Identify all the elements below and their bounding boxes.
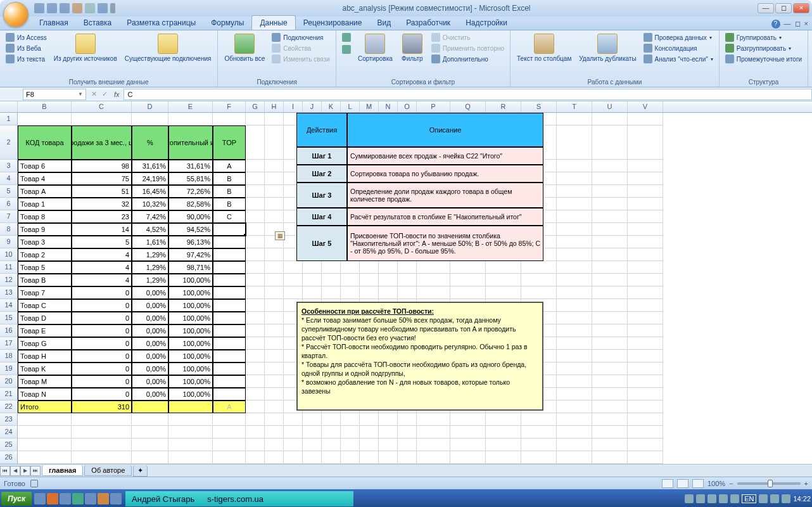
data-valid-button[interactable]: Проверка данных▾ [642, 32, 715, 42]
cell[interactable] [486, 388, 521, 401]
ql-icon[interactable] [72, 493, 84, 504]
cell[interactable] [379, 248, 398, 261]
cell[interactable] [398, 261, 417, 274]
cell[interactable] [379, 299, 398, 312]
cell[interactable] [398, 324, 417, 337]
row-header[interactable]: 5 [0, 185, 18, 198]
cell[interactable] [360, 439, 379, 451]
cell[interactable] [322, 299, 341, 312]
cell[interactable]: 4 [72, 261, 132, 274]
cell[interactable] [322, 388, 341, 401]
cell[interactable] [557, 426, 592, 439]
cell[interactable]: 100,00% [168, 388, 213, 401]
cell[interactable]: 0 [72, 337, 132, 350]
cell[interactable] [284, 248, 303, 261]
cell[interactable] [521, 324, 557, 337]
cell[interactable] [628, 236, 663, 248]
cell[interactable] [628, 185, 663, 198]
cell[interactable]: 100,00% [168, 363, 213, 375]
cell[interactable]: Товар 9 [18, 223, 72, 236]
cell[interactable] [322, 439, 341, 451]
cell[interactable] [284, 274, 303, 286]
cell[interactable]: 10,32% [132, 198, 168, 210]
cell[interactable] [557, 388, 592, 401]
cell[interactable] [284, 451, 303, 464]
cell[interactable] [628, 350, 663, 363]
cell[interactable]: 1,29% [132, 261, 168, 274]
cell[interactable] [322, 160, 341, 172]
cell[interactable] [628, 113, 663, 125]
cell[interactable]: 100,00% [168, 274, 213, 286]
cell[interactable] [213, 312, 246, 324]
cell[interactable]: 24,19% [132, 172, 168, 185]
cell[interactable] [284, 312, 303, 324]
cell[interactable] [557, 286, 592, 299]
edit-links-button[interactable]: Изменить связи [270, 54, 332, 64]
cell[interactable] [417, 401, 450, 413]
cell[interactable] [18, 413, 72, 426]
cell[interactable]: 0,00% [132, 312, 168, 324]
cell[interactable] [398, 299, 417, 312]
cell[interactable] [18, 426, 72, 439]
cell[interactable] [486, 223, 521, 236]
col-P[interactable]: P [417, 101, 450, 112]
cell[interactable] [450, 337, 486, 350]
row-header[interactable]: 18 [0, 350, 18, 363]
cell[interactable] [486, 113, 521, 125]
cell[interactable]: 1,61% [132, 236, 168, 248]
ql-icon[interactable] [98, 493, 109, 504]
cell[interactable] [341, 401, 360, 413]
row-header[interactable]: 10 [0, 248, 18, 261]
cell[interactable] [592, 324, 628, 337]
cell[interactable] [360, 248, 379, 261]
cell[interactable] [398, 185, 417, 198]
cell[interactable] [303, 172, 322, 185]
reapply-button[interactable]: Применить повторно [429, 43, 506, 53]
existing-conn-button[interactable]: Существующие подключения [122, 32, 214, 63]
cell[interactable] [341, 236, 360, 248]
cell[interactable] [265, 248, 284, 261]
row-header[interactable]: 1 [0, 113, 18, 125]
cell[interactable] [592, 375, 628, 388]
cell[interactable]: 0,00% [132, 337, 168, 350]
cell[interactable] [246, 113, 265, 125]
cell[interactable] [450, 125, 486, 160]
cell[interactable] [265, 312, 284, 324]
cell[interactable] [398, 125, 417, 160]
cell[interactable] [628, 324, 663, 337]
cell[interactable] [303, 375, 322, 388]
cell[interactable]: A [213, 401, 246, 413]
cell[interactable] [303, 236, 322, 248]
tab-insert[interactable]: Вставка [76, 16, 120, 30]
cell[interactable] [303, 337, 322, 350]
cell[interactable] [284, 236, 303, 248]
tab-formulas[interactable]: Формулы [203, 16, 251, 30]
cell[interactable] [18, 451, 72, 464]
cell[interactable] [246, 125, 265, 160]
cell[interactable] [398, 439, 417, 451]
row-header[interactable]: 17 [0, 337, 18, 350]
col-F[interactable]: F [213, 101, 246, 112]
row-header[interactable]: 15 [0, 312, 18, 324]
cell[interactable] [341, 185, 360, 198]
tray-icon[interactable] [782, 494, 790, 503]
cell[interactable] [521, 388, 557, 401]
macro-record-icon[interactable] [30, 480, 38, 487]
cell[interactable] [557, 248, 592, 261]
cell[interactable]: 310 [72, 401, 132, 413]
cell[interactable] [341, 363, 360, 375]
cell[interactable] [322, 426, 341, 439]
cell[interactable] [246, 388, 265, 401]
row-header[interactable]: 21 [0, 388, 18, 401]
cell[interactable]: КОД товара [18, 125, 72, 160]
cell[interactable] [341, 198, 360, 210]
cell[interactable] [398, 375, 417, 388]
row-header[interactable]: 8 [0, 223, 18, 236]
cell[interactable] [628, 337, 663, 350]
cell[interactable] [303, 299, 322, 312]
cell[interactable] [486, 375, 521, 388]
cell[interactable] [303, 451, 322, 464]
cell[interactable]: 98 [72, 160, 132, 172]
cell[interactable] [486, 210, 521, 223]
cell[interactable] [592, 388, 628, 401]
